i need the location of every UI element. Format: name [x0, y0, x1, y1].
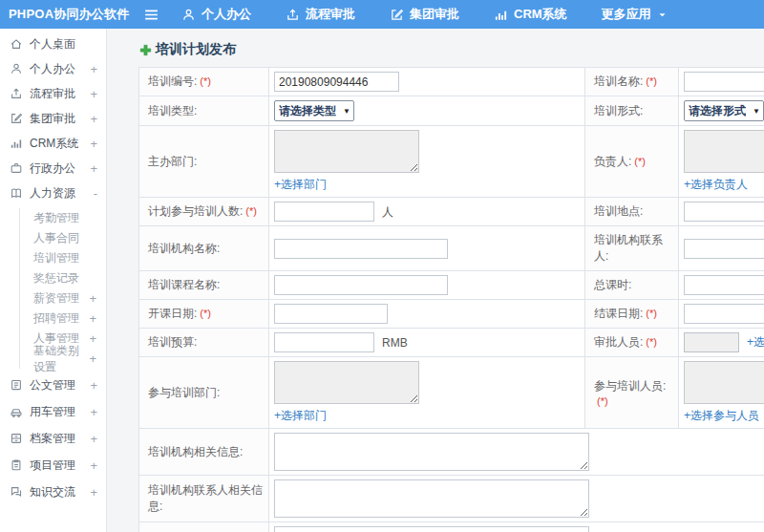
- sidebar-item-label: 个人桌面: [30, 36, 75, 53]
- select-leader-link[interactable]: +选择负责人: [684, 177, 748, 193]
- approver-input[interactable]: [684, 332, 739, 352]
- upload-icon: [10, 87, 23, 100]
- sidebar-subitem-label: 薪资管理: [33, 290, 79, 307]
- sidebar-item-crm[interactable]: CRM系统 +: [0, 131, 106, 156]
- nav-crm-system[interactable]: CRM系统: [494, 6, 567, 23]
- total-hours-input[interactable]: [684, 275, 764, 295]
- page-title: 培训计划发布: [139, 41, 764, 58]
- currency-suffix: RMB: [382, 336, 408, 350]
- host-dept-textarea[interactable]: [274, 130, 419, 173]
- caret-down-icon: [657, 10, 668, 20]
- sidebar-subitem-training-mgmt[interactable]: 培训管理: [20, 248, 106, 268]
- nav-label: 流程审批: [306, 6, 355, 23]
- training-form-select[interactable]: 请选择形式: [684, 100, 764, 121]
- sidebar-menu-top: 个人桌面 个人办公 + 流程审批 + 集团审: [0, 32, 106, 205]
- planned-count-input[interactable]: [274, 202, 374, 222]
- nav-personal-office[interactable]: 个人办公: [181, 6, 251, 23]
- training-name-input[interactable]: [684, 72, 764, 92]
- nav-workflow-approval[interactable]: 流程审批: [286, 6, 355, 23]
- sidebar-item-projects[interactable]: 项目管理 +: [0, 452, 106, 479]
- form-row: 培训要求:: [139, 522, 764, 532]
- training-no-input[interactable]: [274, 72, 399, 92]
- sidebar-item-label: 档案管理: [30, 431, 75, 447]
- org-name-label: 培训机构名称:: [139, 226, 269, 271]
- nav-label: 集团审批: [410, 6, 459, 23]
- sidebar-item-label: 流程审批: [30, 86, 75, 102]
- org-info-label: 培训机构相关信息:: [139, 429, 269, 476]
- end-date-label: 结课日期:(*): [585, 300, 679, 329]
- select-dept-link[interactable]: +选择部门: [274, 408, 327, 424]
- sidebar-item-vehicle[interactable]: 用车管理 +: [0, 398, 106, 425]
- car-icon: [10, 405, 23, 418]
- sidebar-hr-submenu: 考勤管理 人事合同 培训管理 奖惩记录 薪资管理 + 招聘管理 +: [19, 208, 106, 369]
- expand-toggle: +: [90, 161, 97, 176]
- sidebar-item-label: CRM系统: [30, 136, 78, 152]
- bar-chart-icon: [10, 137, 23, 150]
- sidebar-subitem-salary[interactable]: 薪资管理 +: [20, 288, 106, 309]
- expand-toggle: +: [90, 405, 97, 419]
- form-row: 培训类型: 请选择类型 培训形式: 请选择形式: [139, 96, 764, 126]
- select-approver-link[interactable]: +选择审批人员: [747, 335, 764, 349]
- training-plan-form: 培训编号:(*) 培训名称:(*) 培训类型: 请选择类型 培训形式: 请选择形…: [138, 67, 764, 532]
- nav-more-apps[interactable]: 更多应用: [602, 6, 668, 23]
- org-contact-input[interactable]: [684, 239, 764, 259]
- sidebar-subitem-label: 培训管理: [33, 250, 79, 266]
- nav-label: 个人办公: [202, 6, 251, 23]
- training-no-label: 培训编号:(*): [139, 68, 269, 96]
- form-row: 计划参与培训人数:(*) 人 培训地点:: [139, 198, 764, 226]
- sidebar-item-admin-office[interactable]: 行政办公 +: [0, 156, 106, 181]
- expand-toggle: +: [89, 351, 96, 366]
- nav-group-approval[interactable]: 集团审批: [390, 6, 459, 23]
- briefcase-icon: [10, 161, 23, 175]
- sidebar-subitem-base-categories[interactable]: 基础类别设置 +: [20, 349, 106, 369]
- sidebar-item-label: 人力资源: [30, 185, 75, 202]
- sidebar-subitem-label: 奖惩记录: [33, 270, 79, 287]
- course-name-input[interactable]: [274, 275, 448, 295]
- budget-input[interactable]: [274, 332, 374, 352]
- start-date-label: 开课日期:(*): [139, 300, 269, 329]
- training-type-select[interactable]: 请选择类型: [274, 100, 354, 121]
- expand-toggle: +: [90, 378, 97, 393]
- form-row: 培训预算: RMB 审批人员:(*) +选择审批人员: [139, 329, 764, 357]
- org-contact-info-textarea[interactable]: [274, 479, 589, 518]
- page-title-text: 培训计划发布: [156, 41, 236, 58]
- sidebar-subitem-attendance[interactable]: 考勤管理: [20, 208, 106, 228]
- org-contact-info-label: 培训机构联系人相关信息:: [139, 476, 269, 522]
- participating-depts-textarea[interactable]: [274, 361, 419, 404]
- hamburger-menu-icon[interactable]: [143, 6, 160, 23]
- sidebar-subitem-hr-contract[interactable]: 人事合同: [20, 228, 106, 248]
- nav-label: 更多应用: [602, 6, 651, 23]
- sidebar-item-official-docs[interactable]: 公文管理 +: [0, 372, 106, 398]
- sidebar-item-group-approval[interactable]: 集团审批 +: [0, 106, 106, 131]
- sidebar-item-label: 用车管理: [30, 404, 75, 420]
- select-dept-link[interactable]: +选择部门: [274, 177, 327, 193]
- start-date-input[interactable]: [274, 304, 388, 324]
- participating-depts-label: 参与培训部门:: [139, 357, 269, 429]
- requirements-textarea[interactable]: [274, 526, 589, 532]
- org-info-textarea[interactable]: [274, 433, 589, 471]
- nav-label: CRM系统: [514, 6, 567, 23]
- sidebar-item-label: 项目管理: [30, 458, 75, 474]
- sidebar-item-hr[interactable]: 人力资源 -: [0, 181, 106, 205]
- home-icon: [10, 37, 23, 51]
- expand-toggle: +: [90, 432, 97, 446]
- sidebar-item-archives[interactable]: 档案管理 +: [0, 425, 106, 452]
- leader-textarea[interactable]: [684, 130, 764, 173]
- sidebar-item-label: 集团审批: [30, 111, 75, 127]
- participants-textarea[interactable]: [684, 361, 764, 404]
- sidebar-item-personal-desktop[interactable]: 个人桌面: [0, 32, 106, 56]
- location-input[interactable]: [684, 202, 764, 222]
- clipboard-icon: [10, 458, 23, 472]
- sidebar-item-knowledge[interactable]: 知识交流 +: [0, 479, 106, 505]
- org-name-input[interactable]: [274, 239, 448, 259]
- location-label: 培训地点:: [585, 198, 679, 226]
- user-icon: [10, 62, 23, 75]
- select-participants-link[interactable]: +选择参与人员: [684, 408, 759, 424]
- sidebar-subitem-recruitment[interactable]: 招聘管理 +: [20, 309, 106, 329]
- sidebar-item-workflow-approval[interactable]: 流程审批 +: [0, 81, 106, 106]
- end-date-input[interactable]: [684, 304, 764, 324]
- sidebar-item-label: 个人办公: [30, 61, 75, 77]
- expand-toggle: +: [89, 291, 96, 306]
- sidebar-item-personal-office[interactable]: 个人办公 +: [0, 56, 106, 81]
- sidebar-subitem-reward-punishment[interactable]: 奖惩记录: [20, 268, 106, 288]
